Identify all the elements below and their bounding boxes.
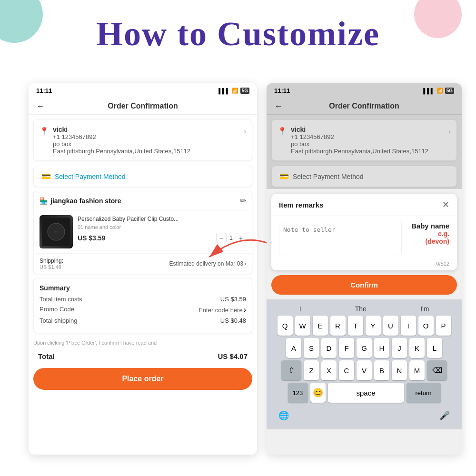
key-s[interactable]: S <box>304 338 319 358</box>
key-f[interactable]: F <box>339 338 354 358</box>
key-n[interactable]: N <box>392 360 407 380</box>
key-q[interactable]: Q <box>278 316 293 336</box>
right-address-name: vicki <box>291 126 445 133</box>
modal-body: Baby name e.g.(devon) <box>271 216 457 261</box>
left-nav-header: ← Order Confirmation <box>29 98 257 115</box>
total-value: US $4.07 <box>218 352 248 360</box>
left-address-card[interactable]: 📍 vicki +1 1234567892 po box East pittsb… <box>33 119 252 161</box>
address-arrow-icon: › <box>244 128 246 135</box>
right-phone-screenshot: 11:11 ▌▌▌ 📶 5G ← Order Confirmation 📍 vi… <box>267 83 462 455</box>
summary-promo-value-row: Enter code here › <box>198 306 246 314</box>
right-battery-icon: 5G <box>445 88 454 94</box>
right-location-icon: 📍 <box>278 127 287 136</box>
note-to-seller-input[interactable] <box>279 222 402 255</box>
suggestion-the[interactable]: The <box>355 305 367 313</box>
baby-name-example: e.g.(devon) <box>425 230 449 245</box>
suggestion-i[interactable]: I <box>299 305 301 313</box>
shipping-label: Shipping: <box>40 258 63 264</box>
right-address-content: vicki +1 1234567892 po box East pittsbur… <box>291 126 445 155</box>
key-g[interactable]: G <box>357 338 372 358</box>
payment-icon: 💳 <box>41 172 51 181</box>
confirm-button[interactable]: Confirm <box>271 275 457 295</box>
item-remarks-modal: Item remarks ✕ Baby name e.g.(devon) 0/5… <box>271 194 457 270</box>
key-globe[interactable]: 🌐 <box>276 406 291 426</box>
address-box: po box <box>53 140 240 148</box>
key-return[interactable]: return <box>407 383 441 403</box>
modal-close-button[interactable]: ✕ <box>442 199 449 210</box>
key-r[interactable]: R <box>330 316 346 336</box>
right-back-button[interactable]: ← <box>274 101 283 111</box>
summary-item-costs-row: Total item costs US $3.59 <box>40 296 246 303</box>
summary-promo-row[interactable]: Promo Code Enter code here › <box>40 306 246 314</box>
wifi-icon: 📶 <box>232 88 238 94</box>
key-p[interactable]: P <box>436 316 451 336</box>
summary-item-costs-value: US $3.59 <box>220 296 246 303</box>
summary-promo-value: Enter code here <box>198 307 243 314</box>
key-d[interactable]: D <box>321 338 337 358</box>
key-w[interactable]: W <box>295 316 310 336</box>
battery-icon: 5G <box>240 88 249 94</box>
keyboard: I The I'm Q W E R T Y U I O P A S D F G … <box>267 299 462 429</box>
key-y[interactable]: Y <box>366 316 381 336</box>
right-address-phone: +1 1234567892 <box>291 133 445 140</box>
address-detail: East pittsburgh,Pennsylvania,United Stat… <box>53 148 240 155</box>
key-shift[interactable]: ⇧ <box>281 360 301 380</box>
left-back-button[interactable]: ← <box>36 101 45 111</box>
address-content: vicki +1 1234567892 po box East pittsbur… <box>53 126 240 155</box>
key-u[interactable]: U <box>383 316 398 336</box>
right-signal-icon: ▌▌▌ <box>423 88 434 94</box>
summary-item-costs-label: Total item costs <box>40 296 82 303</box>
keyboard-row-1: Q W E R T Y U I O P <box>268 316 460 336</box>
store-header: 🏪 jiangkao fashion store ✏ <box>34 191 252 210</box>
key-l[interactable]: L <box>427 338 442 358</box>
key-i[interactable]: I <box>401 316 416 336</box>
key-o[interactable]: O <box>418 316 434 336</box>
product-image: ♡ <box>40 215 73 248</box>
product-price: US $3.59 <box>78 234 105 242</box>
right-address-arrow: › <box>448 128 451 135</box>
left-nav-title: Order Confirmation <box>108 102 178 110</box>
summary-title: Summary <box>40 284 246 292</box>
char-count: 0/512 <box>271 261 457 270</box>
key-c[interactable]: C <box>339 360 354 380</box>
disclaimer-text: Upon clicking 'Place Order', I confirm I… <box>29 337 257 348</box>
summary-section: Summary Total item costs US $3.59 Promo … <box>33 278 252 333</box>
place-order-button[interactable]: Place order <box>33 368 252 390</box>
key-b[interactable]: B <box>374 360 389 380</box>
key-a[interactable]: A <box>286 338 301 358</box>
key-j[interactable]: J <box>392 338 407 358</box>
left-status-bar: 11:11 ▌▌▌ 📶 5G <box>29 83 257 98</box>
product-title: Personalized Baby Pacifier Clip Custo... <box>78 215 246 223</box>
key-delete[interactable]: ⌫ <box>427 360 447 380</box>
key-m[interactable]: M <box>409 360 425 380</box>
key-mic[interactable]: 🎤 <box>437 406 452 426</box>
key-x[interactable]: X <box>321 360 337 380</box>
promo-arrow-icon: › <box>244 306 246 314</box>
key-space[interactable]: space <box>328 383 404 403</box>
left-payment-row[interactable]: 💳 Select Payment Method <box>33 166 252 187</box>
key-k[interactable]: K <box>409 338 425 358</box>
right-nav-title: Order Confirmation <box>329 102 399 110</box>
signal-icon: ▌▌▌ <box>218 88 229 94</box>
note-icon[interactable]: ✏ <box>240 196 246 205</box>
key-z[interactable]: Z <box>304 360 319 380</box>
key-e[interactable]: E <box>313 316 328 336</box>
summary-shipping-value: US $0.48 <box>220 317 246 324</box>
right-payment-icon: 💳 <box>279 172 289 181</box>
key-123[interactable]: 123 <box>288 383 308 403</box>
left-payment-text: Select Payment Method <box>55 173 126 180</box>
right-wifi-icon: 📶 <box>436 88 443 94</box>
right-payment-row: 💳 Select Payment Method <box>271 166 457 187</box>
keyboard-row-3: ⇧ Z X C V B N M ⌫ <box>268 360 460 380</box>
right-payment-text: Select Payment Method <box>293 173 364 180</box>
right-time: 11:11 <box>274 87 290 94</box>
key-h[interactable]: H <box>374 338 389 358</box>
location-icon: 📍 <box>40 127 49 136</box>
keyboard-bottom-extras: 🌐 🎤 <box>268 403 460 427</box>
key-v[interactable]: V <box>357 360 372 380</box>
total-row: Total US $4.07 <box>33 348 252 364</box>
suggestion-im[interactable]: I'm <box>420 305 429 313</box>
key-emoji[interactable]: 😊 <box>310 383 326 403</box>
summary-shipping-row: Total shipping US $0.48 <box>40 317 246 324</box>
key-t[interactable]: T <box>348 316 363 336</box>
